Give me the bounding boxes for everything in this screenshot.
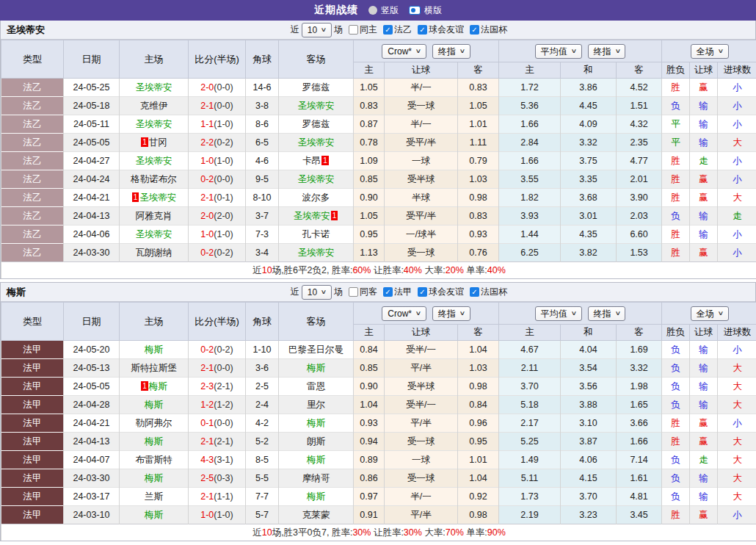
fulltime-score: 2-1 xyxy=(200,192,214,203)
select-value: 终指 xyxy=(594,308,611,320)
filter-checkbox-3[interactable]: ✓球会友谊 xyxy=(418,24,464,36)
avg-source-select[interactable]: 平均值∨ xyxy=(535,44,582,59)
scope-select[interactable]: 全场∨ xyxy=(691,306,729,321)
halftime-score: (1-0) xyxy=(214,510,233,520)
odds-final-select[interactable]: 终指∨ xyxy=(432,306,470,321)
away-team-name: 圣埃蒂安 xyxy=(298,137,335,148)
odds-handicap-cell: 半球 xyxy=(385,189,458,207)
scope-header: 全场∨ xyxy=(662,303,756,325)
checkbox-checked-icon[interactable]: ✓ xyxy=(470,287,479,297)
score-cell: 2-1(2-1) xyxy=(189,433,246,451)
select-value: 终指 xyxy=(438,46,456,57)
rank-badge: 1 xyxy=(331,211,338,220)
odds-home-cell: 0.85 xyxy=(354,359,385,378)
games-count-select[interactable]: 10∨ xyxy=(302,23,332,37)
odds-source-header: Crow*∨终指∨ xyxy=(354,40,499,62)
filter-checkbox-2[interactable]: ✓法乙 xyxy=(383,24,412,36)
away-team-name: 圣埃蒂安 xyxy=(298,101,335,111)
avg-final-select[interactable]: 终指∨ xyxy=(588,306,626,321)
home-team-name: 梅斯 xyxy=(145,510,163,520)
sub-header: 胜负 xyxy=(662,325,690,341)
chevron-down-icon: ∨ xyxy=(459,46,465,57)
score-cell: 0-2(0-2) xyxy=(189,341,246,359)
checkbox-unchecked-icon[interactable] xyxy=(349,25,358,35)
summary-row: 近10场,胜6平2负2, 胜率:60% 让胜率:40% 大率:20% 单率:40… xyxy=(1,262,756,279)
home-team-cell: 布雷斯特 xyxy=(120,451,189,469)
halftime-score: (2-1) xyxy=(214,381,233,391)
fulltime-score: 2-3 xyxy=(200,381,214,391)
odds-away-cell: 0.79 xyxy=(458,152,499,170)
result-goals-cell: 走 xyxy=(718,207,756,225)
select-value: 10 xyxy=(308,286,317,298)
filter-checkbox-3[interactable]: ✓球会友谊 xyxy=(418,286,464,298)
away-team-cell: 梅斯 xyxy=(279,359,354,378)
result-wdl-cell: 平 xyxy=(662,134,690,152)
date-cell: 24-05-11 xyxy=(64,115,120,134)
odds-final-select[interactable]: 终指∨ xyxy=(432,44,470,59)
halftime-score: (0-2) xyxy=(214,248,233,258)
fulltime-score: 4-3 xyxy=(200,455,214,465)
match-row: 法甲24-05-20梅斯0-2(0-2)1-10巴黎圣日尔曼0.84受半/一1.… xyxy=(1,341,756,359)
date-cell: 24-05-05 xyxy=(64,378,120,396)
score-cell: 2-1(1-1) xyxy=(189,488,246,506)
select-value: 平均值 xyxy=(541,308,567,320)
rank-badge: 1 xyxy=(141,137,148,147)
odds-away-cell: 1.03 xyxy=(458,170,499,189)
home-team-cell: 梅斯 xyxy=(120,396,189,414)
radio-icon[interactable] xyxy=(368,6,377,15)
result-wdl-cell: 胜 xyxy=(662,225,690,244)
summary-stat-label: 让胜率: xyxy=(371,265,403,275)
summary-stat-value: 30% xyxy=(352,527,371,538)
avg-away-cell: 3.45 xyxy=(617,506,662,524)
result-wdl-cell: 负 xyxy=(662,469,690,488)
home-team-name: 圣埃蒂安 xyxy=(139,192,176,203)
summary-stat-value: 60% xyxy=(352,265,371,275)
odds-source-select[interactable]: Crow*∨ xyxy=(382,44,426,59)
filter-checkbox-2[interactable]: ✓法甲 xyxy=(383,286,412,298)
home-team-name: 梅斯 xyxy=(149,381,167,391)
result-handicap-cell: 输 xyxy=(690,378,718,396)
avg-draw-cell: 3.56 xyxy=(561,378,617,396)
radio-vertical-layout[interactable]: 竖版 xyxy=(368,4,399,17)
filter-checkbox-4[interactable]: ✓法国杯 xyxy=(470,24,507,36)
avg-source-select[interactable]: 平均值∨ xyxy=(535,306,582,321)
corner-cell: 7-7 xyxy=(246,488,279,506)
date-cell: 24-05-25 xyxy=(64,79,120,97)
odds-away-cell: 0.98 xyxy=(458,189,499,207)
select-value: 终指 xyxy=(438,308,456,320)
checkbox-checked-icon[interactable]: ✓ xyxy=(418,287,427,297)
checkbox-checked-icon[interactable]: ✓ xyxy=(418,25,427,35)
home-team-name: 甘冈 xyxy=(149,137,167,148)
away-team-name: 里尔 xyxy=(307,400,325,410)
result-wdl-cell: 胜 xyxy=(662,433,690,451)
scope-select[interactable]: 全场∨ xyxy=(691,44,729,59)
radio-horizontal-layout[interactable]: 横版 xyxy=(409,4,442,17)
result-handicap-cell: 输 xyxy=(690,225,718,244)
league-cell: 法乙 xyxy=(1,244,64,262)
filter-checkbox-4[interactable]: ✓法国杯 xyxy=(470,286,507,298)
league-cell: 法乙 xyxy=(1,207,64,225)
radio-icon[interactable] xyxy=(409,6,421,15)
select-value: 平均值 xyxy=(541,46,567,57)
league-cell: 法乙 xyxy=(1,97,64,115)
halftime-score: (3-1) xyxy=(214,455,233,465)
summary-stat-label: 场,胜6平2负2, 胜率: xyxy=(272,265,353,275)
home-team-name: 兰斯 xyxy=(145,491,163,502)
filter-checkbox-1[interactable]: 同客 xyxy=(349,286,377,298)
result-wdl-cell: 负 xyxy=(662,488,690,506)
checkbox-checked-icon[interactable]: ✓ xyxy=(470,25,479,35)
away-team-name: 圣埃蒂安 xyxy=(294,211,330,221)
odds-away-cell: 0.83 xyxy=(458,79,499,97)
filter-checkbox-1[interactable]: 同主 xyxy=(349,24,377,36)
league-cell: 法甲 xyxy=(1,451,64,469)
odds-home-cell: 0.91 xyxy=(354,506,385,524)
match-row: 法甲24-04-28梅斯1-2(1-2)2-4里尔1.04受半/一0.845.1… xyxy=(1,396,756,414)
checkbox-checked-icon[interactable]: ✓ xyxy=(383,25,393,35)
checkbox-checked-icon[interactable]: ✓ xyxy=(383,287,393,297)
odds-source-select[interactable]: Crow*∨ xyxy=(382,306,426,321)
filter-bar: 近10∨场同客✓法甲✓球会友谊✓法国杯 xyxy=(291,285,507,300)
games-count-select[interactable]: 10∨ xyxy=(302,285,332,300)
avg-final-select[interactable]: 终指∨ xyxy=(588,44,626,59)
checkbox-unchecked-icon[interactable] xyxy=(349,287,358,297)
odds-handicap-cell: 半/一 xyxy=(385,488,458,506)
